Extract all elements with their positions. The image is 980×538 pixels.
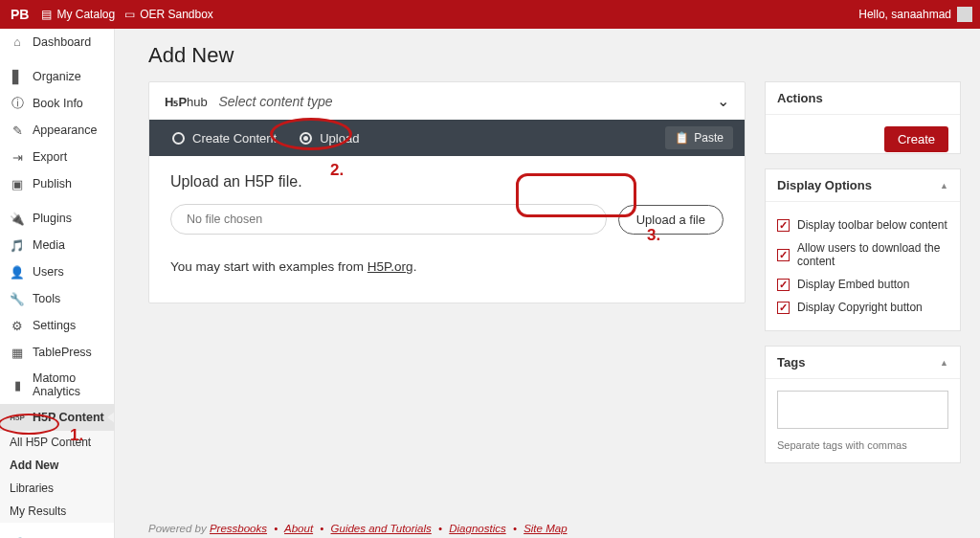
bar-icon: ▮ [10, 377, 25, 392]
h5p-tab-bar: Create Content Upload 📋 Paste [149, 120, 745, 156]
oer-sandbox-link[interactable]: ▭ OER Sandbox [124, 8, 213, 21]
sidebar-item-matomo[interactable]: ▮Matomo Analytics [0, 366, 114, 404]
user-icon: 👤 [10, 264, 25, 280]
export-icon: ⇥ [10, 149, 25, 165]
h5p-hub-header[interactable]: H₅Phub Select content type ⌄ [149, 82, 745, 120]
sidebar-item-settings[interactable]: ⚙Settings [0, 312, 114, 339]
radio-icon [172, 132, 185, 145]
sidebar-item-media[interactable]: 🎵Media [0, 232, 114, 258]
sidebar-item-h5p[interactable]: H5PH5P Content [0, 404, 114, 431]
chevron-down-icon[interactable]: ⌄ [717, 92, 729, 110]
actions-box: Actions Create [765, 81, 961, 154]
footer-powered: Powered by [148, 523, 210, 534]
label: Tools [33, 292, 60, 305]
upload-body: Upload an H5P file. No file chosen Uploa… [149, 156, 745, 303]
tab-upload[interactable]: Upload [288, 120, 370, 156]
h5p-subtitle: Select content type [218, 94, 332, 109]
sidebar-item-export[interactable]: ⇥Export [0, 144, 114, 170]
examples-post: . [413, 259, 417, 274]
footer-guides[interactable]: Guides and Tutorials [331, 523, 432, 534]
tags-hint: Separate tags with commas [777, 439, 948, 451]
footer: Powered by Pressbooks • About • Guides a… [148, 523, 568, 534]
sidebar-item-publish[interactable]: ▣Publish [0, 170, 114, 197]
file-input[interactable]: No file chosen [170, 204, 607, 235]
checkbox-checked-icon: ✓ [777, 219, 790, 232]
radio-selected-icon [300, 132, 312, 145]
h5p-panel: H₅Phub Select content type ⌄ Create Cont… [148, 81, 746, 303]
label: H5P Content [33, 411, 104, 424]
label: Export [33, 150, 67, 164]
checkbox-checked-icon: ✓ [777, 279, 790, 291]
my-catalog-link[interactable]: ▤ My Catalog [41, 8, 115, 21]
top-bar: PB ▤ My Catalog ▭ OER Sandbox Hello, san… [0, 0, 980, 29]
folder-icon: ▤ [41, 8, 52, 21]
display-options-box: Display Options▲ ✓Display toolbar below … [765, 168, 961, 331]
label: Upload [320, 131, 359, 146]
opt-toolbar[interactable]: ✓Display toolbar below content [777, 213, 948, 236]
footer-sitemap[interactable]: Site Map [523, 523, 567, 534]
topbar-right: Hello, sanaahmad [858, 7, 972, 22]
footer-about[interactable]: About [284, 523, 313, 534]
tab-create-content[interactable]: Create Content [161, 120, 288, 156]
sidebar-item-dashboard[interactable]: ⌂Dashboard [0, 29, 114, 56]
submenu-all-h5p[interactable]: All H5P Content [0, 431, 114, 454]
h5p-hub-text: hub [187, 95, 208, 109]
dashboard-icon: ⌂ [10, 34, 25, 50]
label: Appearance [33, 123, 97, 137]
my-catalog-label: My Catalog [56, 8, 115, 21]
label: Display Copyright button [797, 301, 923, 314]
create-button[interactable]: Create [884, 126, 948, 152]
footer-diagnostics[interactable]: Diagnostics [449, 523, 505, 534]
h5p-logo: H₅P [165, 95, 187, 109]
submenu-add-new[interactable]: Add New [0, 454, 114, 477]
label: Dashboard [33, 35, 91, 49]
topbar-left: PB ▤ My Catalog ▭ OER Sandbox [8, 7, 213, 22]
sidebar-item-tablepress[interactable]: ▦TablePress [0, 339, 114, 366]
opt-download[interactable]: ✓Allow users to download the content [777, 236, 948, 273]
label: Matomo Analytics [33, 371, 104, 398]
label: Display Embed button [797, 278, 909, 291]
clipboard-icon: 📋 [675, 131, 689, 145]
upload-file-button[interactable]: Upload a file [618, 205, 724, 235]
footer-pressbooks[interactable]: Pressbooks [210, 523, 267, 534]
oer-sandbox-label: OER Sandbox [140, 8, 213, 21]
sidebar-item-broken-links[interactable]: 🔗Broken Links [0, 530, 114, 538]
label: Media [33, 238, 65, 252]
admin-sidebar: ⌂Dashboard ▋Organize ⓘBook Info ✎Appeara… [0, 29, 115, 538]
opt-embed[interactable]: ✓Display Embed button [777, 273, 948, 296]
label: Plugins [33, 212, 72, 225]
collapse-icon[interactable]: ▲ [940, 181, 948, 191]
label: Organize [33, 70, 81, 83]
tags-textarea[interactable] [777, 391, 948, 429]
main-content: Add New H₅Phub Select content type ⌄ [115, 29, 980, 538]
label: Create Content [192, 131, 277, 146]
sidebar-item-plugins[interactable]: 🔌Plugins [0, 205, 114, 232]
sidebar-item-appearance[interactable]: ✎Appearance [0, 117, 114, 144]
paste-button[interactable]: 📋 Paste [665, 126, 733, 149]
sidebar-item-organize[interactable]: ▋Organize [0, 63, 114, 90]
label: TablePress [33, 346, 92, 359]
h5p-org-link[interactable]: H5P.org [368, 259, 413, 274]
checkbox-checked-icon: ✓ [777, 249, 790, 261]
sidebar-item-tools[interactable]: 🔧Tools [0, 285, 114, 312]
media-icon: 🎵 [10, 237, 25, 253]
tags-box: Tags▲ Separate tags with commas [765, 346, 961, 463]
submenu-libraries[interactable]: Libraries [0, 477, 114, 500]
collapse-icon[interactable]: ▲ [940, 358, 948, 368]
pb-logo[interactable]: PB [8, 7, 32, 22]
organize-icon: ▋ [10, 69, 25, 84]
settings-icon: ⚙ [10, 318, 25, 333]
label: Settings [33, 319, 76, 332]
upload-title: Upload an H5P file. [170, 173, 724, 191]
label: Allow users to download the content [797, 241, 948, 268]
avatar[interactable] [957, 7, 972, 22]
publish-icon: ▣ [10, 176, 25, 191]
greeting-text[interactable]: Hello, sanaahmad [858, 8, 951, 21]
sidebar-item-bookinfo[interactable]: ⓘBook Info [0, 90, 114, 117]
sidebar-item-users[interactable]: 👤Users [0, 258, 114, 285]
opt-copyright[interactable]: ✓Display Copyright button [777, 296, 948, 319]
submenu-my-results[interactable]: My Results [0, 500, 114, 523]
examples-pre: You may start with examples from [170, 259, 368, 274]
checkbox-checked-icon: ✓ [777, 302, 790, 314]
h5p-icon: H5P [10, 410, 25, 425]
